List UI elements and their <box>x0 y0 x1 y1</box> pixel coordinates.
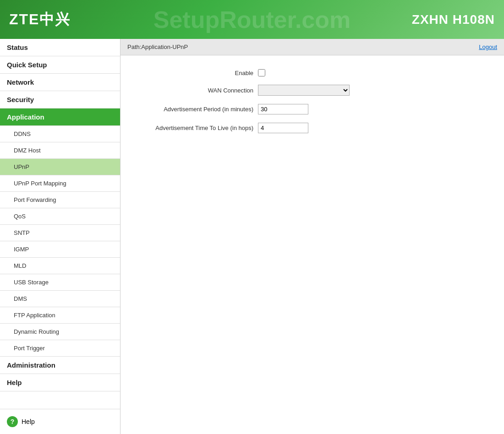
sidebar-footer-help-label: Help <box>22 418 35 425</box>
breadcrumb-bar: Path:Application-UPnP Logout <box>121 39 504 55</box>
sidebar-item-application[interactable]: Application <box>0 108 120 126</box>
sidebar-item-network[interactable]: Network <box>0 74 120 91</box>
sidebar-item-label-administration: Administration <box>7 361 55 369</box>
sidebar-item-port-trigger[interactable]: Port Trigger <box>0 340 120 357</box>
sidebar-item-label-sntp: SNTP <box>14 229 30 236</box>
sidebar-item-help[interactable]: Help <box>0 374 120 391</box>
sidebar-item-label-security: Security <box>7 96 34 103</box>
sidebar-item-administration[interactable]: Administration <box>0 357 120 374</box>
sidebar-item-label-dms: DMS <box>14 295 27 302</box>
sidebar-item-upnp[interactable]: UPnP <box>0 159 120 175</box>
sidebar: StatusQuick SetupNetworkSecurityApplicat… <box>0 39 121 434</box>
sidebar-item-security[interactable]: Security <box>0 91 120 108</box>
sidebar-footer: ? Help <box>0 409 120 434</box>
sidebar-item-label-application: Application <box>7 113 44 121</box>
advertisement-period-input[interactable] <box>258 104 308 114</box>
help-icon[interactable]: ? <box>7 416 18 427</box>
sidebar-item-label-ftp-application: FTP Application <box>14 312 55 319</box>
sidebar-item-label-ddns: DDNS <box>14 130 31 137</box>
sidebar-item-label-usb-storage: USB Storage <box>14 279 49 286</box>
sidebar-item-qos[interactable]: QoS <box>0 208 120 225</box>
sidebar-item-dmz-host[interactable]: DMZ Host <box>0 142 120 159</box>
sidebar-item-label-dmz-host: DMZ Host <box>14 147 41 154</box>
enable-checkbox[interactable] <box>258 69 265 76</box>
wan-connection-control <box>258 85 350 96</box>
sidebar-item-quick-setup[interactable]: Quick Setup <box>0 56 120 74</box>
device-title: ZXHN H108N <box>412 12 495 27</box>
sidebar-item-label-port-trigger: Port Trigger <box>14 345 45 352</box>
enable-control <box>258 69 265 76</box>
sidebar-item-usb-storage[interactable]: USB Storage <box>0 274 120 291</box>
sidebar-item-upnp-port-mapping[interactable]: UPnP Port Mapping <box>0 175 120 192</box>
main-layout: StatusQuick SetupNetworkSecurityApplicat… <box>0 39 504 434</box>
advertisement-ttl-row: Advertisement Time To Live (in hops) <box>130 123 495 133</box>
sidebar-item-sntp[interactable]: SNTP <box>0 225 120 241</box>
sidebar-item-label-mld: MLD <box>14 262 26 269</box>
sidebar-item-label-qos: QoS <box>14 213 26 220</box>
sidebar-item-label-port-forwarding: Port Forwarding <box>14 196 56 203</box>
sidebar-item-label-quick-setup: Quick Setup <box>7 61 47 69</box>
sidebar-item-label-dynamic-routing: Dynamic Routing <box>14 328 59 335</box>
sidebar-item-label-upnp-port-mapping: UPnP Port Mapping <box>14 180 66 187</box>
form-area: Enable WAN Connection Advertisement Peri… <box>121 55 504 434</box>
enable-row: Enable <box>130 69 495 76</box>
breadcrumb: Path:Application-UPnP <box>127 43 188 50</box>
wan-connection-select[interactable] <box>258 85 350 96</box>
advertisement-period-label: Advertisement Period (in minutes) <box>130 106 258 113</box>
wan-connection-label: WAN Connection <box>130 87 258 94</box>
advertisement-ttl-input[interactable] <box>258 123 308 133</box>
logout-link[interactable]: Logout <box>479 43 497 50</box>
sidebar-item-igmp[interactable]: IGMP <box>0 241 120 258</box>
sidebar-item-label-upnp: UPnP <box>14 163 29 170</box>
wan-connection-row: WAN Connection <box>130 85 495 96</box>
header: ZTE中兴 SetupRouter.com ZXHN H108N <box>0 0 504 39</box>
advertisement-period-control <box>258 104 308 114</box>
enable-label: Enable <box>130 70 258 76</box>
sidebar-item-ftp-application[interactable]: FTP Application <box>0 307 120 324</box>
sidebar-item-dynamic-routing[interactable]: Dynamic Routing <box>0 324 120 340</box>
advertisement-ttl-label: Advertisement Time To Live (in hops) <box>130 125 258 131</box>
sidebar-item-label-igmp: IGMP <box>14 246 29 253</box>
sidebar-item-dms[interactable]: DMS <box>0 291 120 307</box>
sidebar-item-port-forwarding[interactable]: Port Forwarding <box>0 192 120 208</box>
advertisement-ttl-control <box>258 123 308 133</box>
sidebar-item-label-help: Help <box>7 379 22 386</box>
sidebar-item-label-status: Status <box>7 43 28 51</box>
sidebar-item-ddns[interactable]: DDNS <box>0 126 120 142</box>
advertisement-period-row: Advertisement Period (in minutes) <box>130 104 495 114</box>
sidebar-item-status[interactable]: Status <box>0 39 120 56</box>
sidebar-item-mld[interactable]: MLD <box>0 258 120 274</box>
content-area: Path:Application-UPnP Logout Enable WAN … <box>121 39 504 434</box>
logo: ZTE中兴 <box>9 10 71 30</box>
sidebar-item-label-network: Network <box>7 78 34 86</box>
